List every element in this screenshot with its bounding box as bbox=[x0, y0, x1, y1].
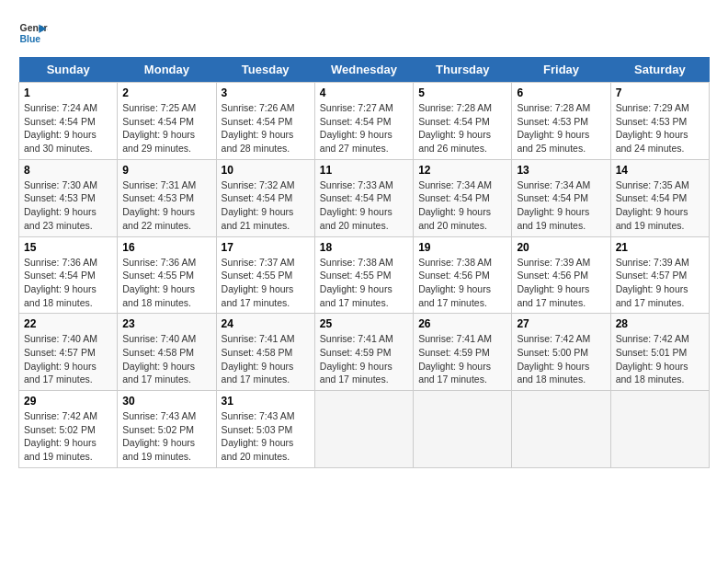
calendar-cell: 1Sunrise: 7:24 AMSunset: 4:54 PMDaylight… bbox=[19, 83, 118, 160]
day-number: 13 bbox=[517, 164, 605, 177]
day-header-tuesday: Tuesday bbox=[216, 57, 314, 83]
week-row-5: 29Sunrise: 7:42 AMSunset: 5:02 PMDayligh… bbox=[19, 391, 710, 468]
week-row-3: 15Sunrise: 7:36 AMSunset: 4:54 PMDayligh… bbox=[19, 236, 710, 314]
calendar-cell: 19Sunrise: 7:38 AMSunset: 4:56 PMDayligh… bbox=[414, 236, 512, 314]
day-number: 22 bbox=[24, 317, 112, 330]
calendar-cell: 21Sunrise: 7:39 AMSunset: 4:57 PMDayligh… bbox=[610, 236, 709, 314]
calendar-cell: 20Sunrise: 7:39 AMSunset: 4:56 PMDayligh… bbox=[512, 236, 610, 314]
day-number: 9 bbox=[122, 164, 210, 177]
calendar-cell bbox=[512, 391, 610, 468]
calendar-cell: 25Sunrise: 7:41 AMSunset: 4:59 PMDayligh… bbox=[314, 314, 413, 391]
logo: General Blue bbox=[18, 18, 48, 48]
day-header-thursday: Thursday bbox=[414, 57, 512, 83]
day-header-monday: Monday bbox=[118, 57, 216, 83]
day-number: 3 bbox=[222, 86, 310, 99]
calendar-cell: 11Sunrise: 7:33 AMSunset: 4:54 PMDayligh… bbox=[314, 159, 413, 236]
day-info: Sunrise: 7:35 AMSunset: 4:54 PMDaylight:… bbox=[616, 178, 704, 233]
day-info: Sunrise: 7:25 AMSunset: 4:54 PMDaylight:… bbox=[122, 101, 210, 155]
day-number: 17 bbox=[222, 241, 310, 254]
day-number: 28 bbox=[616, 317, 704, 330]
calendar-cell: 4Sunrise: 7:27 AMSunset: 4:54 PMDaylight… bbox=[314, 83, 413, 160]
calendar-cell: 16Sunrise: 7:36 AMSunset: 4:55 PMDayligh… bbox=[118, 236, 216, 314]
calendar-cell: 6Sunrise: 7:28 AMSunset: 4:53 PMDaylight… bbox=[512, 83, 610, 160]
page-header: General Blue bbox=[18, 18, 710, 48]
calendar-cell: 5Sunrise: 7:28 AMSunset: 4:54 PMDaylight… bbox=[414, 83, 512, 160]
day-header-wednesday: Wednesday bbox=[314, 57, 413, 83]
week-row-2: 8Sunrise: 7:30 AMSunset: 4:53 PMDaylight… bbox=[19, 159, 710, 236]
day-info: Sunrise: 7:32 AMSunset: 4:54 PMDaylight:… bbox=[222, 178, 310, 233]
day-info: Sunrise: 7:41 AMSunset: 4:59 PMDaylight:… bbox=[320, 332, 408, 386]
day-info: Sunrise: 7:26 AMSunset: 4:54 PMDaylight:… bbox=[222, 101, 310, 155]
week-row-4: 22Sunrise: 7:40 AMSunset: 4:57 PMDayligh… bbox=[19, 314, 710, 391]
day-info: Sunrise: 7:24 AMSunset: 4:54 PMDaylight:… bbox=[24, 101, 112, 155]
calendar-cell: 15Sunrise: 7:36 AMSunset: 4:54 PMDayligh… bbox=[19, 236, 118, 314]
day-number: 2 bbox=[122, 86, 210, 99]
day-info: Sunrise: 7:31 AMSunset: 4:53 PMDaylight:… bbox=[122, 178, 210, 233]
calendar-cell bbox=[414, 391, 512, 468]
day-info: Sunrise: 7:39 AMSunset: 4:57 PMDaylight:… bbox=[616, 256, 704, 310]
calendar-cell: 12Sunrise: 7:34 AMSunset: 4:54 PMDayligh… bbox=[414, 159, 512, 236]
day-number: 20 bbox=[517, 241, 605, 254]
day-number: 7 bbox=[616, 86, 704, 99]
calendar-cell: 3Sunrise: 7:26 AMSunset: 4:54 PMDaylight… bbox=[216, 83, 314, 160]
day-number: 23 bbox=[122, 317, 210, 330]
calendar-cell: 2Sunrise: 7:25 AMSunset: 4:54 PMDaylight… bbox=[118, 83, 216, 160]
day-info: Sunrise: 7:28 AMSunset: 4:53 PMDaylight:… bbox=[517, 101, 605, 155]
svg-text:Blue: Blue bbox=[20, 34, 41, 44]
calendar-cell: 30Sunrise: 7:43 AMSunset: 5:02 PMDayligh… bbox=[118, 391, 216, 468]
calendar-table: SundayMondayTuesdayWednesdayThursdayFrid… bbox=[18, 57, 710, 468]
day-header-friday: Friday bbox=[512, 57, 610, 83]
day-info: Sunrise: 7:42 AMSunset: 5:02 PMDaylight:… bbox=[24, 409, 112, 464]
calendar-cell: 10Sunrise: 7:32 AMSunset: 4:54 PMDayligh… bbox=[216, 159, 314, 236]
day-number: 14 bbox=[616, 164, 704, 177]
day-info: Sunrise: 7:43 AMSunset: 5:02 PMDaylight:… bbox=[122, 409, 210, 464]
calendar-cell bbox=[610, 391, 709, 468]
day-info: Sunrise: 7:28 AMSunset: 4:54 PMDaylight:… bbox=[418, 101, 506, 155]
calendar-cell: 9Sunrise: 7:31 AMSunset: 4:53 PMDaylight… bbox=[118, 159, 216, 236]
day-number: 18 bbox=[320, 241, 408, 254]
day-number: 31 bbox=[222, 395, 310, 408]
day-number: 19 bbox=[418, 241, 506, 254]
day-number: 8 bbox=[24, 164, 112, 177]
calendar-cell: 29Sunrise: 7:42 AMSunset: 5:02 PMDayligh… bbox=[19, 391, 118, 468]
day-info: Sunrise: 7:37 AMSunset: 4:55 PMDaylight:… bbox=[222, 256, 310, 310]
calendar-cell: 13Sunrise: 7:34 AMSunset: 4:54 PMDayligh… bbox=[512, 159, 610, 236]
day-number: 10 bbox=[222, 164, 310, 177]
day-info: Sunrise: 7:40 AMSunset: 4:58 PMDaylight:… bbox=[122, 332, 210, 386]
day-number: 30 bbox=[122, 395, 210, 408]
day-number: 24 bbox=[222, 317, 310, 330]
calendar-cell: 8Sunrise: 7:30 AMSunset: 4:53 PMDaylight… bbox=[19, 159, 118, 236]
calendar-cell: 26Sunrise: 7:41 AMSunset: 4:59 PMDayligh… bbox=[414, 314, 512, 391]
calendar-cell: 7Sunrise: 7:29 AMSunset: 4:53 PMDaylight… bbox=[610, 83, 709, 160]
day-info: Sunrise: 7:38 AMSunset: 4:56 PMDaylight:… bbox=[418, 256, 506, 310]
day-number: 27 bbox=[517, 317, 605, 330]
day-info: Sunrise: 7:29 AMSunset: 4:53 PMDaylight:… bbox=[616, 101, 704, 155]
calendar-cell: 24Sunrise: 7:41 AMSunset: 4:58 PMDayligh… bbox=[216, 314, 314, 391]
day-info: Sunrise: 7:36 AMSunset: 4:55 PMDaylight:… bbox=[122, 256, 210, 310]
day-info: Sunrise: 7:43 AMSunset: 5:03 PMDaylight:… bbox=[222, 409, 310, 464]
day-info: Sunrise: 7:42 AMSunset: 5:01 PMDaylight:… bbox=[616, 332, 704, 386]
day-number: 12 bbox=[418, 164, 506, 177]
day-number: 25 bbox=[320, 317, 408, 330]
logo-icon: General Blue bbox=[18, 18, 48, 48]
calendar-cell: 18Sunrise: 7:38 AMSunset: 4:55 PMDayligh… bbox=[314, 236, 413, 314]
calendar-cell bbox=[314, 391, 413, 468]
week-row-1: 1Sunrise: 7:24 AMSunset: 4:54 PMDaylight… bbox=[19, 83, 710, 160]
calendar-cell: 28Sunrise: 7:42 AMSunset: 5:01 PMDayligh… bbox=[610, 314, 709, 391]
calendar-cell: 31Sunrise: 7:43 AMSunset: 5:03 PMDayligh… bbox=[216, 391, 314, 468]
calendar-cell: 27Sunrise: 7:42 AMSunset: 5:00 PMDayligh… bbox=[512, 314, 610, 391]
day-info: Sunrise: 7:27 AMSunset: 4:54 PMDaylight:… bbox=[320, 101, 408, 155]
day-number: 29 bbox=[24, 395, 112, 408]
day-info: Sunrise: 7:34 AMSunset: 4:54 PMDaylight:… bbox=[517, 178, 605, 233]
day-info: Sunrise: 7:41 AMSunset: 4:59 PMDaylight:… bbox=[418, 332, 506, 386]
day-header-sunday: Sunday bbox=[19, 57, 118, 83]
days-header-row: SundayMondayTuesdayWednesdayThursdayFrid… bbox=[19, 57, 710, 83]
day-info: Sunrise: 7:33 AMSunset: 4:54 PMDaylight:… bbox=[320, 178, 408, 233]
day-info: Sunrise: 7:38 AMSunset: 4:55 PMDaylight:… bbox=[320, 256, 408, 310]
day-info: Sunrise: 7:39 AMSunset: 4:56 PMDaylight:… bbox=[517, 256, 605, 310]
calendar-cell: 22Sunrise: 7:40 AMSunset: 4:57 PMDayligh… bbox=[19, 314, 118, 391]
day-info: Sunrise: 7:41 AMSunset: 4:58 PMDaylight:… bbox=[222, 332, 310, 386]
day-info: Sunrise: 7:30 AMSunset: 4:53 PMDaylight:… bbox=[24, 178, 112, 233]
day-info: Sunrise: 7:40 AMSunset: 4:57 PMDaylight:… bbox=[24, 332, 112, 386]
calendar-cell: 23Sunrise: 7:40 AMSunset: 4:58 PMDayligh… bbox=[118, 314, 216, 391]
